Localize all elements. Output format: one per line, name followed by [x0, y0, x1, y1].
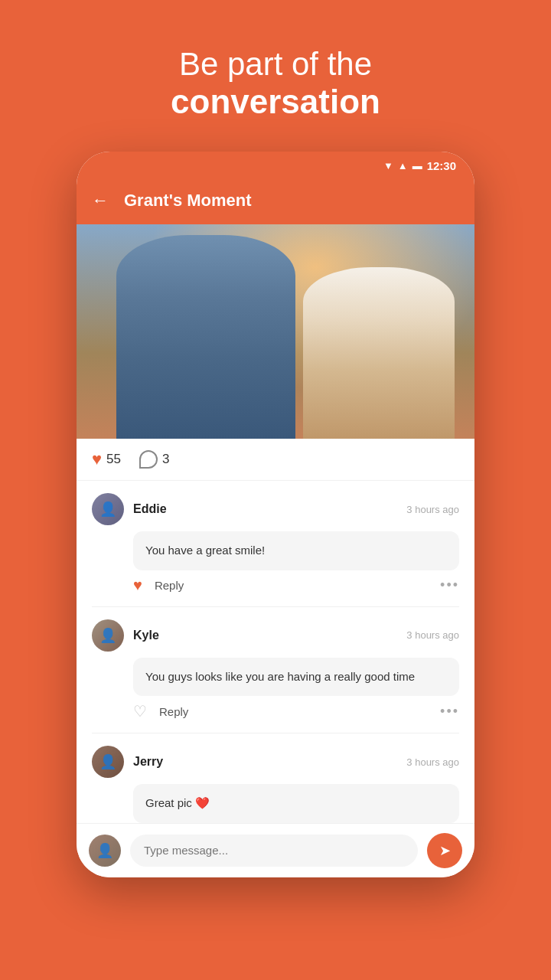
battery-icon: ▬ [412, 160, 422, 172]
comment-icon [139, 450, 158, 469]
more-btn-kyle[interactable]: ••• [440, 704, 459, 720]
comment-item-kyle: 👤 Kyle 3 hours ago You guys looks like y… [77, 607, 474, 733]
comment-time-jerry: 3 hours ago [406, 756, 459, 768]
person-right [303, 267, 455, 439]
comment-count: 3 [162, 452, 169, 467]
comment-bubble-kyle: You guys looks like you are having a rea… [133, 658, 459, 697]
reactions-bar: ♥ 55 3 [77, 439, 474, 481]
action-left-eddie: ♥ Reply [133, 577, 184, 594]
heart-reaction[interactable]: ♥ 55 [92, 449, 121, 469]
signal-icon: ▲ [398, 160, 408, 172]
comment-user-info: 👤 Eddie [92, 493, 167, 525]
comment-text-eddie: You have a great smile! [145, 544, 265, 557]
send-icon: ➤ [439, 842, 451, 859]
comment-username-eddie: Eddie [133, 502, 167, 516]
comment-header: 👤 Eddie 3 hours ago [92, 493, 459, 525]
screen-title: Grant's Moment [124, 191, 252, 211]
comment-text-jerry: Great pic ❤️ [145, 796, 210, 809]
heart-filled-icon: ♥ [92, 449, 102, 469]
comment-actions-kyle: ♡ Reply ••• [133, 696, 459, 733]
wifi-icon: ▼ [383, 160, 393, 172]
more-btn-eddie[interactable]: ••• [440, 577, 459, 593]
title-line1: Be part of the [171, 46, 380, 83]
comment-item-jerry: 👤 Jerry 3 hours ago Great pic ❤️ [77, 733, 474, 823]
comment-actions-eddie: ♥ Reply ••• [133, 570, 459, 606]
send-button[interactable]: ➤ [427, 833, 462, 868]
comment-username-kyle: Kyle [133, 629, 159, 642]
app-bar: ← Grant's Moment [77, 180, 474, 224]
comment-bubble-eddie: You have a great smile! [133, 531, 459, 570]
comment-time-kyle: 3 hours ago [406, 629, 459, 641]
action-left-kyle: ♡ Reply [133, 702, 188, 720]
person-left [116, 235, 295, 439]
reply-btn-eddie[interactable]: Reply [155, 579, 184, 592]
status-icons: ▼ ▲ ▬ 12:30 [383, 159, 456, 172]
message-input-wrapper[interactable] [130, 835, 418, 867]
heart-count: 55 [106, 452, 121, 467]
comment-user-info-kyle: 👤 Kyle [92, 619, 159, 652]
like-icon-kyle[interactable]: ♡ [133, 702, 147, 720]
avatar-jerry: 👤 [92, 746, 124, 778]
title-line2: conversation [171, 83, 380, 121]
comment-time-eddie: 3 hours ago [406, 504, 459, 515]
comment-bubble-jerry: Great pic ❤️ [133, 784, 459, 823]
avatar-user: 👤 [89, 835, 121, 867]
comment-header-jerry: 👤 Jerry 3 hours ago [92, 746, 459, 778]
comment-text-kyle: You guys looks like you are having a rea… [145, 670, 415, 683]
reply-btn-kyle[interactable]: Reply [159, 705, 188, 718]
back-button[interactable]: ← [92, 191, 109, 211]
phone-shell: ▼ ▲ ▬ 12:30 ← Grant's Moment ♥ 55 3 [77, 152, 474, 877]
comment-header-kyle: 👤 Kyle 3 hours ago [92, 619, 459, 652]
comment-username-jerry: Jerry [133, 755, 163, 769]
status-bar: ▼ ▲ ▬ 12:30 [77, 152, 474, 180]
like-icon-eddie[interactable]: ♥ [133, 577, 142, 594]
comments-section: 👤 Eddie 3 hours ago You have a great smi… [77, 481, 474, 823]
avatar-kyle: 👤 [92, 619, 124, 652]
page-title-area: Be part of the conversation [171, 46, 380, 121]
comment-reaction[interactable]: 3 [139, 450, 169, 469]
message-input[interactable] [144, 844, 404, 857]
couple-photo [77, 224, 474, 439]
post-image [77, 224, 474, 439]
avatar-eddie: 👤 [92, 493, 124, 525]
comment-user-info-jerry: 👤 Jerry [92, 746, 163, 778]
comment-item-eddie: 👤 Eddie 3 hours ago You have a great smi… [77, 481, 474, 606]
status-time: 12:30 [427, 159, 456, 172]
message-input-bar: 👤 ➤ [77, 823, 474, 877]
